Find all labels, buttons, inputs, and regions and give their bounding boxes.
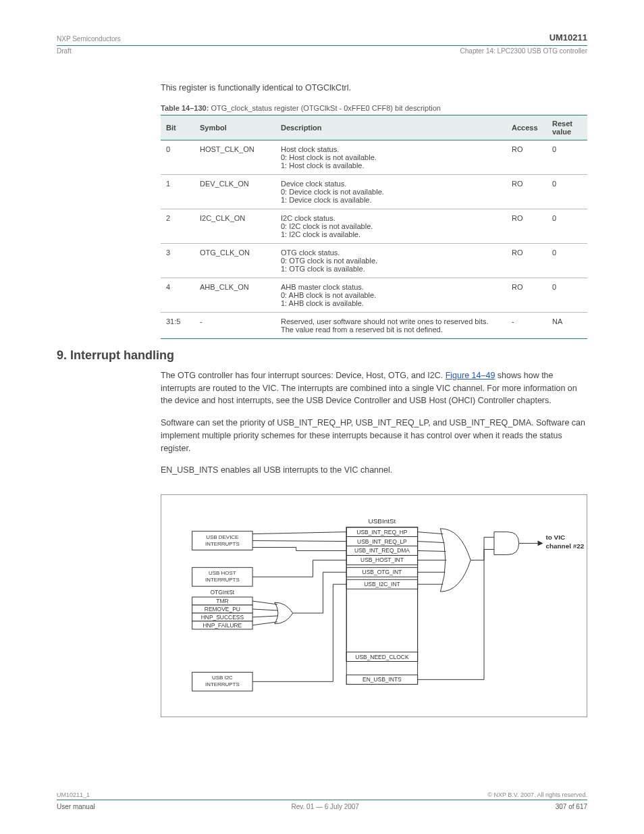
header-chapter: Chapter 14: LPC2300 USB OTG controller [460, 47, 587, 55]
table-caption: Table 14–130: OTG_clock_status register … [161, 104, 587, 112]
or-gate-otg-icon [275, 602, 293, 624]
header-rule [57, 45, 587, 46]
table-cell: HOST_CLK_ON [194, 140, 275, 174]
th-description: Description [275, 115, 506, 140]
svg-line-28 [252, 622, 277, 625]
th-bit: Bit [161, 115, 194, 140]
p1-text-a: The OTG controller has four interrupt so… [161, 371, 446, 380]
section9-p2: Software can set the priority of USB_INT… [161, 417, 587, 454]
figure-14-49: USBIntSt USB_INT_REQ_HP USB_INT_REQ_LP U… [161, 494, 587, 717]
table-cell: RO [506, 278, 547, 312]
table-row: 0HOST_CLK_ONHost clock status. 0: Host c… [161, 140, 587, 174]
table-cell: 0 [547, 140, 587, 174]
svg-line-17 [252, 532, 346, 534]
fig-otg-row-1: REMOVE_PU [205, 606, 240, 613]
figure-link[interactable]: Figure 14–49 [446, 371, 495, 380]
table-cell: 0 [161, 140, 194, 174]
table-cell: DEV_CLK_ON [194, 174, 275, 209]
table-cell: RO [506, 209, 547, 243]
fig-reg-4: USB_OTG_INT [363, 569, 402, 575]
and-gate-icon [494, 532, 519, 555]
register-table: Bit Symbol Description Access Reset valu… [161, 115, 587, 339]
table-14-130: Table 14–130: OTG_clock_status register … [161, 104, 587, 339]
table-caption-title: OTG_clock_status register (OTGClkSt - 0x… [211, 104, 440, 112]
th-symbol: Symbol [194, 115, 275, 140]
footer-copy: © NXP B.V. 2007. All rights reserved. [487, 791, 587, 798]
fig-reg-3: USB_HOST_INT [360, 556, 404, 563]
fig-usbintst-title: USBIntSt [369, 517, 396, 525]
footer-um: User manual [57, 803, 95, 810]
table-cell: I2C clock status. 0: I2C clock is not av… [275, 209, 506, 243]
table-row: 31:5-Reserved, user software should not … [161, 312, 587, 338]
table-cell: RO [506, 174, 547, 209]
svg-line-35 [418, 532, 444, 534]
svg-line-25 [252, 601, 277, 604]
table-row: 2I2C_CLK_ONI2C clock status. 0: I2C cloc… [161, 209, 587, 243]
fig-to-vic-2: channel #22 [545, 542, 584, 550]
fig-reg-1: USB_INT_REQ_LP [357, 538, 407, 545]
arrow-icon [538, 541, 543, 546]
footer-page: 307 of 617 [556, 803, 587, 810]
fig-otgintst-title: OTGIntSt [211, 589, 235, 596]
fig-usb-device-2: INTERRUPTS [205, 541, 240, 547]
footer-rev: Rev. 01 — 6 July 2007 [95, 803, 556, 810]
table-cell: AHB_CLK_ON [194, 278, 275, 312]
table-cell: AHB master clock status. 0: AHB clock is… [275, 278, 506, 312]
table-cell: 0 [547, 209, 587, 243]
th-reset: Reset value [547, 115, 587, 140]
intro-paragraph: This register is functionally identical … [161, 82, 587, 95]
table-cell: 0 [547, 243, 587, 278]
table-cell: 0 [547, 278, 587, 312]
section9-p1: The OTG controller has four interrupt so… [161, 369, 587, 407]
fig-to-vic-1: to VIC [545, 533, 565, 541]
svg-line-36 [418, 542, 445, 543]
fig-usb-i2c-1: USB I2C [212, 675, 233, 681]
table-cell: - [194, 312, 275, 338]
footer-doc: UM10211_1 [57, 791, 90, 798]
fig-usb-i2c-2: INTERRUPTS [205, 681, 240, 687]
table-cell: 2 [161, 209, 194, 243]
header-draft: Draft [57, 47, 72, 55]
table-cell: OTG_CLK_ON [194, 243, 275, 278]
section9-p3: EN_USB_INTS enables all USB interrupts t… [161, 464, 587, 477]
table-cell: RO [506, 140, 547, 174]
table-cell: 3 [161, 243, 194, 278]
table-cell: 31:5 [161, 312, 194, 338]
table-cell: - [506, 312, 547, 338]
fig-usb-host-1: USB HOST [209, 570, 236, 576]
table-cell: Host clock status. 0: Host clock is not … [275, 140, 506, 174]
table-row: 3OTG_CLK_ONOTG clock status. 0: OTG cloc… [161, 243, 587, 278]
fig-reg-5: USB_I2C_INT [364, 581, 400, 588]
fig-otg-row-0: TMR [216, 598, 228, 604]
th-access: Access [506, 115, 547, 140]
fig-need-clock: USB_NEED_CLOCK [355, 654, 409, 660]
fig-reg-2: USB_INT_REQ_DMA [354, 547, 410, 554]
table-cell: OTG clock status. 0: OTG clock is not av… [275, 243, 506, 278]
table-row: 4AHB_CLK_ONAHB master clock status. 0: A… [161, 278, 587, 312]
table-cell: NA [547, 312, 587, 338]
fig-en-usb-ints: EN_USB_INTS [363, 676, 402, 683]
table-cell: Reserved, user software should not write… [275, 312, 506, 338]
section-heading-interrupt-handling: 9. Interrupt handling [57, 348, 587, 363]
table-row: 1DEV_CLK_ONDevice clock status. 0: Devic… [161, 174, 587, 209]
table-cell: I2C_CLK_ON [194, 209, 275, 243]
table-cell: 4 [161, 278, 194, 312]
svg-line-27 [252, 616, 278, 617]
table-caption-label: Table 14–130: [161, 104, 209, 112]
fig-usb-host-2: INTERRUPTS [205, 577, 240, 583]
table-cell: Device clock status. 0: Device clock is … [275, 174, 506, 209]
header-vendor: NXP Semiconductors [57, 35, 121, 43]
svg-line-18 [252, 541, 346, 542]
svg-line-37 [418, 550, 446, 551]
fig-reg-0: USB_INT_REQ_HP [356, 529, 407, 536]
header-docid: UM10211 [549, 32, 587, 43]
table-cell: RO [506, 243, 547, 278]
table-cell: 1 [161, 174, 194, 209]
svg-line-26 [252, 609, 278, 610]
fig-otg-row-2: HNP_SUCCESS [201, 614, 244, 621]
fig-otg-row-3: HNP_FAILURE [203, 622, 242, 629]
fig-usb-device-1: USB DEVICE [206, 534, 238, 540]
table-cell: 0 [547, 174, 587, 209]
